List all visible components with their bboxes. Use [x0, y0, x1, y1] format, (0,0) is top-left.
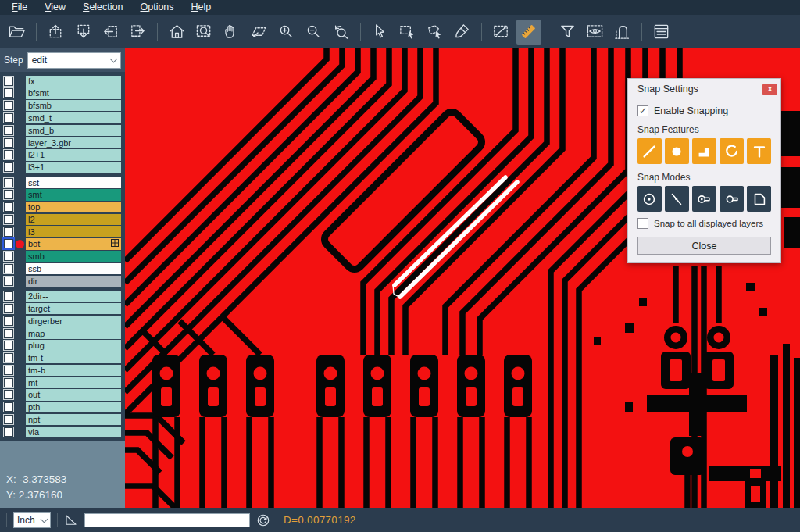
layer-item-fx[interactable]: fx: [26, 76, 121, 87]
layer-item-ssb[interactable]: ssb: [26, 263, 121, 274]
layer-checkbox-smd_t[interactable]: [4, 113, 13, 123]
layer-checkbox-fx[interactable]: [4, 77, 13, 86]
layer-checkbox-bot[interactable]: [4, 239, 13, 248]
menu-item-selection[interactable]: Selection: [74, 0, 131, 15]
filter-icon[interactable]: [555, 20, 580, 45]
jump-net-icon[interactable]: [610, 20, 635, 45]
zoom-previous-icon[interactable]: [329, 20, 354, 45]
layer-checkbox-dir[interactable]: [4, 277, 13, 286]
layer-item-out[interactable]: out: [26, 389, 121, 400]
zoom-out-icon[interactable]: [302, 20, 327, 45]
layer-item-map[interactable]: map: [26, 327, 121, 338]
layer-checkbox-layer_3.gbr[interactable]: [4, 138, 13, 148]
layer-checkbox-dirgerber[interactable]: [4, 316, 13, 326]
pcb-canvas[interactable]: Snap Settings x ✓ Enable Snapping Snap F…: [125, 48, 800, 508]
step-select[interactable]: edit: [27, 52, 121, 69]
refresh-icon[interactable]: [256, 513, 270, 527]
layer-item-bfsmb[interactable]: bfsmb: [26, 100, 121, 111]
measure-distance-icon[interactable]: [489, 20, 514, 45]
layer-item-pth[interactable]: pth: [26, 402, 121, 412]
select-pointer-icon[interactable]: [368, 20, 393, 45]
layer-checkbox-smd_b[interactable]: [4, 126, 13, 135]
layer-item-tm-b[interactable]: tm-b: [26, 365, 121, 376]
layer-checkbox-plug[interactable]: [4, 341, 13, 350]
snap-line-icon[interactable]: [638, 138, 662, 164]
pan-up-icon[interactable]: [44, 20, 69, 45]
layer-checkbox-bfsmt[interactable]: [4, 88, 13, 98]
layer-item-smb[interactable]: smb: [26, 251, 121, 262]
layer-checkbox-map[interactable]: [4, 329, 13, 338]
measure-input[interactable]: [84, 513, 250, 527]
snap-nearest-point-icon[interactable]: [665, 186, 689, 212]
layer-item-layer_3.gbr[interactable]: layer_3.gbr: [26, 137, 121, 148]
units-select[interactable]: Inch: [13, 512, 51, 528]
measure-ruler-icon[interactable]: [516, 20, 541, 45]
snap-contour-icon[interactable]: [747, 186, 771, 212]
layer-checkbox-2dir--[interactable]: [4, 291, 13, 301]
enable-snapping-checkbox[interactable]: ✓: [638, 105, 648, 116]
brush-icon[interactable]: [450, 20, 475, 45]
menu-item-view[interactable]: View: [36, 0, 74, 15]
layer-checkbox-target[interactable]: [4, 304, 13, 313]
zoom-window-icon[interactable]: [247, 20, 272, 45]
pan-down-icon[interactable]: [71, 20, 96, 45]
layer-item-dir[interactable]: dir: [26, 276, 121, 287]
select-rectangle-icon[interactable]: [395, 20, 420, 45]
snap-pad-outline-icon[interactable]: [720, 186, 744, 212]
snap-surface-icon[interactable]: [692, 138, 716, 164]
view-options-icon[interactable]: [583, 20, 608, 45]
layer-item-l2+1[interactable]: l2+1: [26, 149, 121, 160]
layer-checkbox-bfsmb[interactable]: [4, 101, 13, 110]
menu-item-help[interactable]: Help: [183, 0, 220, 15]
layer-item-mt[interactable]: mt: [26, 377, 121, 387]
layer-item-smd_b[interactable]: smd_b: [26, 125, 121, 136]
pan-hand-icon[interactable]: [220, 20, 245, 45]
layer-checkbox-tm-b[interactable]: [4, 366, 13, 375]
layer-item-smd_t[interactable]: smd_t: [26, 112, 121, 123]
zoom-area-icon[interactable]: [192, 20, 217, 45]
snap-circle-icon[interactable]: [665, 138, 689, 164]
layer-checkbox-via[interactable]: [4, 427, 13, 437]
layer-checkbox-pth[interactable]: [4, 402, 13, 412]
snap-all-layers-checkbox[interactable]: [638, 218, 648, 229]
home-view-icon[interactable]: [165, 20, 190, 45]
snap-pad-filled-icon[interactable]: [692, 186, 716, 212]
layer-item-l3+1[interactable]: l3+1: [26, 162, 121, 173]
layer-item-plug[interactable]: plug: [26, 340, 121, 351]
layer-item-dirgerber[interactable]: dirgerber: [26, 316, 121, 327]
layer-item-2dir--[interactable]: 2dir--: [26, 291, 121, 302]
layer-item-sst[interactable]: sst: [26, 177, 121, 187]
layer-checkbox-l2+1[interactable]: [4, 150, 13, 159]
layer-item-bot[interactable]: bot: [26, 238, 121, 249]
layer-item-top[interactable]: top: [26, 202, 121, 212]
select-polygon-icon[interactable]: [423, 20, 448, 45]
layer-item-l3[interactable]: l3: [26, 226, 121, 237]
close-button[interactable]: Close: [638, 237, 771, 255]
layer-checkbox-smb[interactable]: [4, 252, 13, 261]
layer-checkbox-top[interactable]: [4, 202, 13, 212]
snap-arc-icon[interactable]: [720, 138, 744, 164]
layer-checkbox-l2[interactable]: [4, 215, 13, 224]
layer-item-smt[interactable]: smt: [26, 189, 121, 200]
layer-item-bfsmt[interactable]: bfsmt: [26, 87, 121, 98]
layer-checkbox-mt[interactable]: [4, 378, 13, 387]
layer-item-l2[interactable]: l2: [26, 214, 121, 225]
grid-icon[interactable]: [111, 238, 119, 249]
layer-checkbox-l3+1[interactable]: [4, 162, 13, 172]
layer-item-target[interactable]: target: [26, 303, 121, 314]
layer-item-npt[interactable]: npt: [26, 414, 121, 425]
layer-checkbox-sst[interactable]: [4, 178, 13, 187]
snap-text-icon[interactable]: [747, 138, 771, 164]
layer-checkbox-smt[interactable]: [4, 190, 13, 199]
pan-right-icon[interactable]: [126, 20, 151, 45]
open-file-icon[interactable]: [5, 20, 30, 45]
layer-checkbox-l3[interactable]: [4, 227, 13, 237]
layer-checkbox-npt[interactable]: [4, 415, 13, 424]
layer-checkbox-ssb[interactable]: [4, 264, 13, 273]
menu-item-options[interactable]: Options: [131, 0, 182, 15]
layer-checkbox-out[interactable]: [4, 390, 13, 399]
menu-item-file[interactable]: File: [3, 0, 36, 15]
layer-item-tm-t[interactable]: tm-t: [26, 352, 121, 363]
layer-item-via[interactable]: via: [26, 427, 121, 437]
pan-left-icon[interactable]: [98, 20, 123, 45]
